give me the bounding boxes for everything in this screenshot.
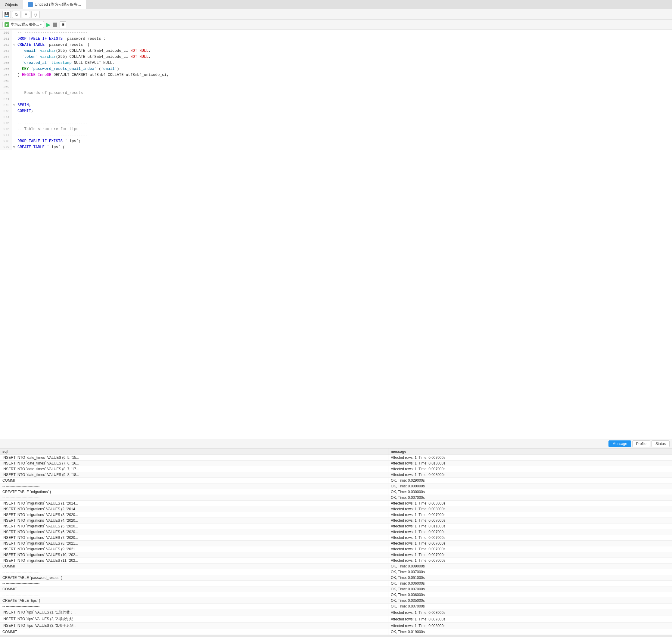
col-sql: sql bbox=[0, 449, 388, 455]
code-editor[interactable]: 260 -- ---------------------------- 261 … bbox=[0, 30, 672, 439]
results-toolbar: Message Profile Status bbox=[0, 439, 672, 449]
message-tab-button[interactable]: Message bbox=[609, 440, 631, 447]
db-selector[interactable]: ▶ 华为云耀云服务... ▾ bbox=[2, 21, 44, 28]
code-line-272: 272 ▽ BEGIN; bbox=[0, 102, 672, 108]
table-row: -- ----------------------------OK, Time:… bbox=[0, 635, 672, 635]
function-button[interactable]: () bbox=[31, 11, 40, 18]
second-toolbar: ▶ 华为云耀云服务... ▾ ▶ ⊞ bbox=[0, 20, 672, 30]
code-line-274: 274 bbox=[0, 114, 672, 120]
code-line-266: 266 KEY `password_resets_email_index` (`… bbox=[0, 66, 672, 72]
footer: CSDN @wannreijuhao bbox=[0, 635, 672, 637]
table-row: INSERT INTO `migrations` VALUES (9, '202… bbox=[0, 546, 672, 552]
save-button[interactable]: 💾 bbox=[2, 11, 11, 18]
code-line-269: 269 -- ---------------------------- bbox=[0, 84, 672, 90]
code-line-278: 278 DROP TABLE IF EXISTS `tips`; bbox=[0, 138, 672, 144]
db-dropdown-icon: ▾ bbox=[40, 22, 42, 26]
code-line-279: 279 ▽ CREATE TABLE `tips` ( bbox=[0, 144, 672, 150]
table-row: -- ----------------------------OK, Time:… bbox=[0, 592, 672, 598]
table-row: -- ----------------------------OK, Time:… bbox=[0, 604, 672, 609]
tab-objects[interactable]: Objects bbox=[0, 0, 23, 9]
db-icon: ▶ bbox=[4, 22, 9, 27]
table-row: COMMITOK, Time: 0.029000s bbox=[0, 478, 672, 484]
code-line-270: 270 -- Records of password_resets bbox=[0, 90, 672, 96]
col-message: message bbox=[388, 449, 672, 455]
status-tab-button[interactable]: Status bbox=[652, 440, 670, 447]
table-row: -- ----------------------------OK, Time:… bbox=[0, 495, 672, 500]
format-button[interactable]: ≡ bbox=[22, 11, 30, 18]
code-line-271: 271 -- ---------------------------- bbox=[0, 96, 672, 102]
table-row: CREATE TABLE `migrations` (OK, Time: 0.0… bbox=[0, 489, 672, 495]
table-row: INSERT INTO `migrations` VALUES (6, '202… bbox=[0, 529, 672, 535]
code-line-277: 277 -- ---------------------------- bbox=[0, 132, 672, 138]
table-row: COMMITOK, Time: 0.019000s bbox=[0, 629, 672, 635]
code-line-275: 275 -- ---------------------------- bbox=[0, 120, 672, 126]
stop-button[interactable] bbox=[53, 22, 57, 27]
code-line-265: 265 `created_at` timestamp NULL DEFAULT … bbox=[0, 60, 672, 66]
table-row: -- ----------------------------OK, Time:… bbox=[0, 569, 672, 575]
tab-editor[interactable]: Untitled (华为云耀云服务... bbox=[23, 0, 86, 9]
results-table: sql message INSERT INTO `date_times` VAL… bbox=[0, 449, 672, 635]
table-row: INSERT INTO `migrations` VALUES (1, '201… bbox=[0, 500, 672, 506]
table-row: INSERT INTO `migrations` VALUES (2, '201… bbox=[0, 506, 672, 512]
code-line-261: 261 DROP TABLE IF EXISTS `password_reset… bbox=[0, 36, 672, 42]
tab-bar: Objects Untitled (华为云耀云服务... bbox=[0, 0, 672, 9]
table-row: -- ----------------------------OK, Time:… bbox=[0, 484, 672, 489]
table-row: INSERT INTO `migrations` VALUES (5, '202… bbox=[0, 524, 672, 529]
tab-editor-label: Untitled (华为云耀云服务... bbox=[35, 2, 81, 7]
table-row: INSERT INTO `migrations` VALUES (11, '20… bbox=[0, 558, 672, 564]
code-line-273: 273 COMMIT; bbox=[0, 108, 672, 114]
code-line-263: 263 `email` varchar(255) COLLATE utf8mb4… bbox=[0, 48, 672, 54]
run-button[interactable]: ▶ bbox=[47, 22, 51, 28]
code-line-260: 260 -- ---------------------------- bbox=[0, 30, 672, 36]
table-row: CREATE TABLE `password_resets` (OK, Time… bbox=[0, 575, 672, 581]
code-line-264: 264 `token` varchar(255) COLLATE utf8mb4… bbox=[0, 54, 672, 60]
editor-area: 260 -- ---------------------------- 261 … bbox=[0, 30, 672, 635]
results-table-wrapper[interactable]: sql message INSERT INTO `date_times` VAL… bbox=[0, 449, 672, 635]
table-row: INSERT INTO `migrations` VALUES (3, '202… bbox=[0, 512, 672, 518]
profile-tab-button[interactable]: Profile bbox=[632, 440, 650, 447]
tab-objects-label: Objects bbox=[5, 2, 18, 7]
results-area: Message Profile Status sql message INSER… bbox=[0, 439, 672, 635]
table-row: -- ----------------------------OK, Time:… bbox=[0, 581, 672, 586]
code-line-268: 268 bbox=[0, 78, 672, 84]
table-row: INSERT INTO `tips` VALUES (3, '3.关于返到...… bbox=[0, 622, 672, 629]
main-toolbar: 💾 ⧉ ≡ () bbox=[0, 9, 672, 20]
table-row: COMMITOK, Time: 0.009000s bbox=[0, 564, 672, 569]
table-row: COMMITOK, Time: 0.007000s bbox=[0, 586, 672, 592]
table-row: INSERT INTO `date_times` VALUES (9, 8, '… bbox=[0, 472, 672, 478]
table-row: CREATE TABLE `tips` (OK, Time: 0.035000s bbox=[0, 598, 672, 604]
table-row: INSERT INTO `migrations` VALUES (8, '202… bbox=[0, 541, 672, 546]
table-row: INSERT INTO `migrations` VALUES (10, '20… bbox=[0, 552, 672, 558]
results-header-row: sql message bbox=[0, 449, 672, 455]
table-row: INSERT INTO `date_times` VALUES (6, 5, '… bbox=[0, 455, 672, 460]
db-name: 华为云耀云服务... bbox=[11, 22, 39, 27]
table-row: INSERT INTO `tips` VALUES (2, '2.场次说明...… bbox=[0, 616, 672, 622]
tab-editor-icon bbox=[28, 2, 33, 7]
code-line-267: 267 ) ENGINE=InnoDB DEFAULT CHARSET=utf8… bbox=[0, 72, 672, 78]
explain-button[interactable]: ⊞ bbox=[60, 21, 66, 28]
code-line-262: 262 ▽ CREATE TABLE `password_resets` ( bbox=[0, 42, 672, 48]
main-container: 260 -- ---------------------------- 261 … bbox=[0, 30, 672, 635]
table-row: INSERT INTO `tips` VALUES (1, '1.预约费：...… bbox=[0, 609, 672, 616]
code-line-276: 276 -- Table structure for tips bbox=[0, 126, 672, 132]
copy-button[interactable]: ⧉ bbox=[12, 11, 20, 18]
table-row: INSERT INTO `migrations` VALUES (7, '202… bbox=[0, 535, 672, 541]
table-row: INSERT INTO `date_times` VALUES (7, 6, '… bbox=[0, 460, 672, 466]
table-row: INSERT INTO `migrations` VALUES (4, '202… bbox=[0, 518, 672, 524]
table-row: INSERT INTO `date_times` VALUES (8, 7, '… bbox=[0, 466, 672, 472]
